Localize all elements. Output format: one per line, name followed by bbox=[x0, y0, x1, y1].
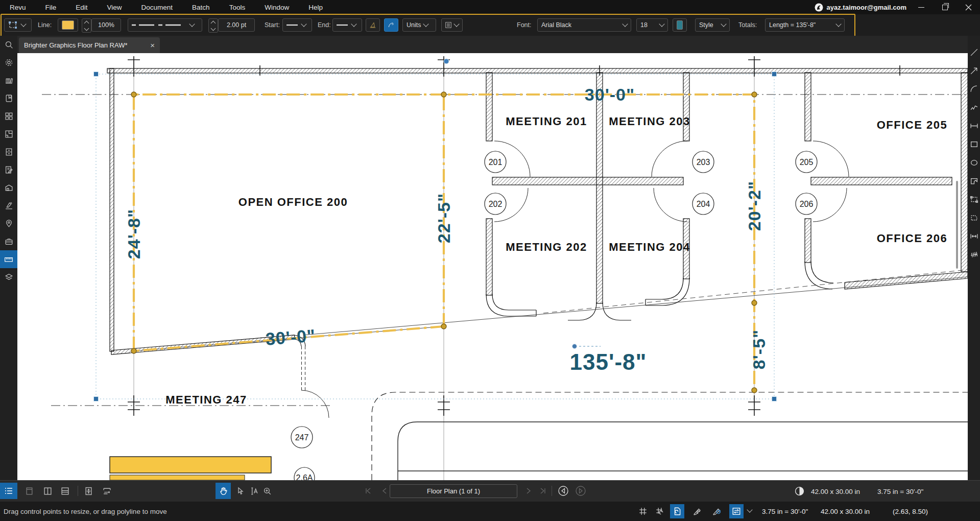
previous-view-button[interactable] bbox=[556, 483, 571, 499]
line-width-field[interactable]: 2.00 pt bbox=[218, 18, 255, 32]
menu-revu[interactable]: Revu bbox=[0, 4, 36, 11]
curve-mode-button[interactable] bbox=[384, 18, 398, 32]
menu-help[interactable]: Help bbox=[299, 4, 332, 11]
reuse-markup-tools-toggle[interactable] bbox=[729, 504, 744, 518]
menu-edit[interactable]: Edit bbox=[66, 4, 97, 11]
chevron-down-icon[interactable] bbox=[747, 507, 752, 512]
sequence-toggle[interactable] bbox=[710, 504, 724, 518]
cursor-coordinates: (2.63, 8.50) bbox=[893, 502, 928, 521]
font-dropdown[interactable]: Arial Black bbox=[537, 18, 631, 32]
canvas-scrollbar[interactable] bbox=[956, 181, 958, 269]
totals-dropdown[interactable]: Length = 135'-8" bbox=[765, 18, 845, 32]
minimize-button[interactable] bbox=[910, 0, 933, 14]
length-tool-icon[interactable] bbox=[968, 43, 980, 61]
studio-icon[interactable] bbox=[0, 179, 17, 197]
signature-pen-icon[interactable] bbox=[0, 197, 17, 215]
dimension-tool-icon[interactable] bbox=[968, 116, 980, 135]
menu-file[interactable]: File bbox=[36, 4, 66, 11]
arrow-tool-icon[interactable] bbox=[968, 61, 980, 80]
close-button[interactable] bbox=[957, 0, 980, 14]
perimeter-tool-icon[interactable] bbox=[968, 190, 980, 208]
markup-list-icon[interactable] bbox=[0, 161, 17, 179]
spaces-floorplan-icon[interactable] bbox=[0, 125, 17, 143]
menu-tools[interactable]: Tools bbox=[220, 4, 255, 11]
opacity-field[interactable]: 100% bbox=[91, 18, 121, 32]
caption-anchor-point[interactable] bbox=[572, 344, 601, 349]
rectangle-tool-icon[interactable] bbox=[968, 135, 980, 153]
chevron-down-icon bbox=[659, 21, 664, 27]
split-horizontal-button[interactable] bbox=[57, 483, 73, 499]
start-cap-dropdown[interactable] bbox=[282, 18, 312, 32]
places-pin-icon[interactable] bbox=[0, 215, 17, 232]
next-view-button[interactable] bbox=[573, 483, 588, 499]
text-color-button[interactable] bbox=[673, 18, 687, 32]
annotation-anchor-point[interactable] bbox=[444, 59, 449, 64]
style-dropdown[interactable]: Style bbox=[695, 18, 730, 32]
lower-region-dashed bbox=[372, 392, 968, 480]
menu-batch[interactable]: Batch bbox=[182, 4, 220, 11]
area-tool-icon[interactable] bbox=[968, 208, 980, 227]
drawing-canvas[interactable]: 201 202 203 204 205 206 247 2.6A OPEN OF… bbox=[17, 53, 968, 480]
menu-view[interactable]: View bbox=[98, 4, 132, 11]
fit-page-button[interactable] bbox=[81, 483, 96, 499]
polygon-tool-icon[interactable] bbox=[968, 172, 980, 190]
count-hatch-icon[interactable] bbox=[968, 245, 980, 264]
menu-window[interactable]: Window bbox=[255, 4, 299, 11]
snap-to-grid-toggle[interactable] bbox=[653, 504, 667, 518]
single-page-view-button[interactable] bbox=[21, 483, 37, 499]
layers-icon[interactable] bbox=[0, 268, 17, 286]
dark-mode-toggle[interactable] bbox=[792, 483, 807, 499]
calibrate-button[interactable] bbox=[366, 18, 380, 32]
last-page-button[interactable] bbox=[535, 483, 551, 499]
account-button[interactable]: ayaz.taimoor@gmail.com bbox=[815, 0, 906, 14]
units-dropdown[interactable]: Units bbox=[402, 18, 436, 32]
menu-document[interactable]: Document bbox=[132, 4, 183, 11]
bookmarks-icon[interactable] bbox=[0, 89, 17, 107]
measurements-panel-icon[interactable] bbox=[0, 250, 17, 268]
line-color-button[interactable] bbox=[58, 18, 78, 32]
grid-toggle[interactable] bbox=[636, 504, 650, 518]
arc-tool-icon[interactable] bbox=[968, 80, 980, 98]
page-indicator[interactable]: Floor Plan (1 of 1) bbox=[390, 484, 517, 498]
room-label: MEETING 247 bbox=[165, 393, 247, 406]
ellipse-tool-icon[interactable] bbox=[968, 153, 980, 172]
page-scale-readout[interactable]: 3.75 in = 30'-0" bbox=[877, 481, 923, 502]
snap-to-content-toggle[interactable] bbox=[670, 504, 684, 518]
file-cabinet-icon[interactable] bbox=[0, 143, 17, 161]
fit-width-button[interactable] bbox=[99, 483, 114, 499]
document-tab[interactable]: Brighter Graphics Floor Plan RAW* × bbox=[19, 37, 160, 53]
file-stack-icon[interactable] bbox=[0, 72, 17, 89]
polyline-tool-icon[interactable] bbox=[968, 98, 980, 116]
caption-layout-dropdown[interactable] bbox=[441, 18, 463, 32]
split-vertical-button[interactable] bbox=[40, 483, 55, 499]
totals-label: Totals: bbox=[738, 18, 757, 32]
end-label: End: bbox=[318, 18, 331, 32]
font-size-dropdown[interactable]: 18 bbox=[636, 18, 668, 32]
opacity-stepper[interactable] bbox=[82, 18, 91, 33]
line-cap-icon bbox=[286, 24, 299, 26]
next-page-button[interactable] bbox=[521, 483, 536, 499]
width-stepper[interactable] bbox=[208, 18, 218, 33]
chevron-down-icon bbox=[351, 21, 356, 27]
markups-list-button[interactable] bbox=[0, 483, 17, 499]
first-page-button[interactable] bbox=[361, 483, 376, 499]
settings-gear-icon[interactable] bbox=[0, 54, 17, 72]
snap-to-markup-toggle[interactable] bbox=[690, 504, 705, 518]
thumbnails-icon[interactable] bbox=[0, 107, 17, 125]
toolbox-icon[interactable] bbox=[0, 232, 17, 250]
scale-readout[interactable]: 3.75 in = 30'-0" bbox=[762, 502, 808, 521]
room-label: OFFICE 206 bbox=[877, 232, 947, 245]
dimension-label: 20'-2" bbox=[745, 181, 764, 231]
measure-length-icon[interactable] bbox=[968, 227, 980, 245]
minimize-icon bbox=[918, 7, 924, 8]
line-style-dropdown[interactable] bbox=[128, 18, 202, 32]
polyline-tool-dropdown[interactable] bbox=[4, 18, 32, 32]
restore-button[interactable] bbox=[933, 0, 957, 14]
tab-close-icon[interactable]: × bbox=[150, 41, 155, 50]
pan-tool-button[interactable] bbox=[216, 483, 231, 499]
line-label: Line: bbox=[38, 18, 52, 32]
search-icon[interactable] bbox=[0, 36, 17, 54]
room-label: OFFICE 205 bbox=[877, 119, 947, 131]
end-cap-dropdown[interactable] bbox=[332, 18, 362, 32]
zoom-tool-button[interactable] bbox=[259, 483, 275, 499]
